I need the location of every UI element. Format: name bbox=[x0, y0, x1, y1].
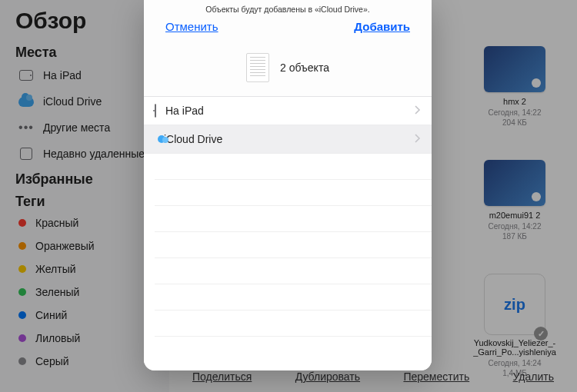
location-label: iCloud Drive bbox=[164, 133, 222, 145]
location-label: На iPad bbox=[165, 105, 204, 117]
add-button[interactable]: Добавить bbox=[354, 20, 410, 33]
document-icon bbox=[246, 53, 269, 82]
location-icloud[interactable]: iCloud Drive bbox=[144, 125, 432, 154]
sheet-subtitle: Объекты будут добавлены в «iCloud Drive»… bbox=[155, 5, 421, 14]
object-preview: 2 объекта bbox=[144, 41, 432, 96]
empty-rows bbox=[144, 154, 432, 370]
cancel-button[interactable]: Отменить bbox=[165, 20, 218, 33]
location-list: На iPad iCloud Drive bbox=[144, 96, 432, 154]
ipad-icon bbox=[155, 105, 156, 117]
chevron-right-icon bbox=[415, 133, 421, 145]
save-sheet: Объекты будут добавлены в «iCloud Drive»… bbox=[144, 0, 432, 370]
object-count: 2 объекта bbox=[280, 61, 329, 74]
location-on-ipad[interactable]: На iPad bbox=[144, 97, 432, 125]
chevron-right-icon bbox=[415, 105, 421, 117]
